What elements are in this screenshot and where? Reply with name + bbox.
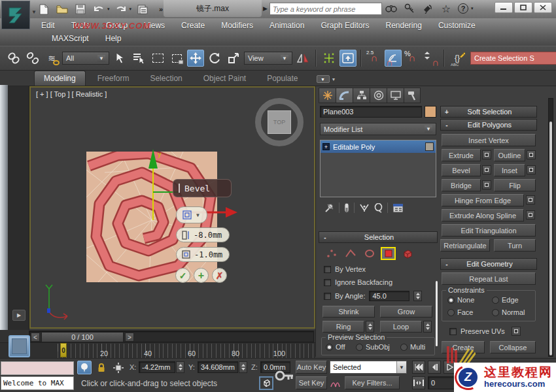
preserve-uvs-checkbox[interactable] xyxy=(449,328,457,335)
preview-subobj-radio[interactable] xyxy=(356,344,363,351)
tab-modeling[interactable]: Modeling xyxy=(34,71,86,86)
minimize-button[interactable] xyxy=(495,2,513,13)
caddy-apply-button[interactable]: + xyxy=(194,268,209,283)
title-expand-icon[interactable]: ▶ xyxy=(263,5,268,12)
caddy-cancel-button[interactable]: ✗ xyxy=(212,268,227,283)
pin-stack-icon[interactable] xyxy=(324,203,334,213)
y-spinner[interactable] xyxy=(239,361,247,373)
caddy-ok-button[interactable]: ✓ xyxy=(175,268,190,283)
percent-snap-icon[interactable]: %∩ xyxy=(404,50,421,67)
menu-create[interactable]: Create xyxy=(174,19,212,32)
viewport-top[interactable]: [ + ] [ Top ] [ Realistic ] TOP y Bevel xyxy=(29,86,315,329)
rollout-soft-selection[interactable]: +Soft Selection xyxy=(440,106,537,118)
selection-lock-icon[interactable] xyxy=(96,361,107,374)
rollout-edit-polygons[interactable]: -Edit Polygons xyxy=(440,119,537,131)
x-coordinate-field[interactable]: -4.22mm xyxy=(139,361,175,373)
search-input[interactable] xyxy=(270,3,381,14)
communication-center-icon[interactable] xyxy=(421,2,434,15)
key-step-toggle-button[interactable] xyxy=(412,376,425,389)
scrollbar-thumb[interactable] xyxy=(549,122,552,355)
menu-maxscript[interactable]: MAXScript xyxy=(44,32,96,45)
help-icon[interactable]: ? xyxy=(458,3,468,14)
previous-frame-button[interactable] xyxy=(428,361,441,374)
bottom-left-panel-button[interactable] xyxy=(9,335,30,357)
constraint-face-radio[interactable] xyxy=(447,309,455,316)
reference-coordinate-dropdown[interactable]: View▼ xyxy=(244,52,292,65)
inset-button[interactable]: Inset xyxy=(494,164,525,176)
constraint-edge-radio[interactable] xyxy=(492,297,499,304)
remove-modifier-icon[interactable] xyxy=(374,203,383,213)
ribbon-toggle-icon[interactable] xyxy=(339,50,356,67)
extrude-along-spline-button[interactable]: Extrude Along Spline xyxy=(442,209,524,221)
menu-modifiers[interactable]: Modifiers xyxy=(214,19,260,32)
snaps-toggle-icon[interactable]: 2.5∩ xyxy=(366,50,383,67)
angle-snap-icon[interactable]: ∩ xyxy=(385,50,402,67)
new-scene-icon[interactable] xyxy=(37,3,51,16)
menu-customize[interactable]: Customize xyxy=(431,19,483,32)
bevel-outline-field[interactable]: -1.0mm xyxy=(176,247,230,262)
by-angle-field[interactable]: 45.0 xyxy=(369,291,409,301)
y-coordinate-field[interactable]: 34.608mm xyxy=(198,361,238,373)
bevel-settings-button[interactable] xyxy=(482,165,491,174)
save-file-icon[interactable] xyxy=(73,3,88,16)
bridge-settings-button[interactable] xyxy=(482,180,491,189)
logo-dropdown-icon[interactable]: ▼ xyxy=(31,9,37,15)
previous-frame-slider-button[interactable]: < xyxy=(31,333,40,342)
auto-key-button[interactable]: Auto Key xyxy=(296,361,327,374)
time-slider[interactable]: 0 / 100 xyxy=(41,332,124,342)
hinge-settings-button[interactable] xyxy=(526,195,535,204)
insert-vertex-button[interactable]: Insert Vertex xyxy=(442,134,536,146)
x-spinner[interactable] xyxy=(176,361,184,373)
go-to-start-button[interactable] xyxy=(412,361,425,374)
outline-settings-button[interactable] xyxy=(527,150,536,159)
undo-dropdown-icon[interactable]: ▾ xyxy=(107,7,110,12)
collapse-button[interactable]: Collapse xyxy=(490,341,536,353)
edge-subobject-icon[interactable] xyxy=(343,247,358,260)
object-color-swatch[interactable] xyxy=(425,106,436,118)
select-object-icon[interactable] xyxy=(111,50,128,67)
track-bar[interactable]: 20 40 60 80 100 0 xyxy=(0,342,315,358)
unlink-selection-icon[interactable] xyxy=(24,50,41,67)
bevel-height-field[interactable]: -8.0mm xyxy=(176,227,230,242)
menu-edit[interactable]: Edit xyxy=(34,19,62,32)
loop-button[interactable]: Loop xyxy=(380,321,422,333)
named-selection-field[interactable]: Create Selection S xyxy=(470,52,556,65)
repeat-last-button[interactable]: Repeat Last xyxy=(442,272,536,285)
inset-settings-button[interactable] xyxy=(527,165,536,174)
tab-object-paint[interactable]: Object Paint xyxy=(194,71,255,86)
tab-selection[interactable]: Selection xyxy=(141,71,191,86)
grid-toggle-icon[interactable] xyxy=(259,376,273,390)
by-angle-spinner[interactable] xyxy=(413,291,422,301)
maxscript-mini-listener-macro[interactable] xyxy=(1,361,74,375)
current-frame-field[interactable]: 0 xyxy=(428,376,455,389)
extrude-button[interactable]: Extrude xyxy=(442,149,481,161)
search-icon[interactable] xyxy=(385,2,398,15)
maxscript-mini-listener[interactable]: Welcome to MAX xyxy=(1,376,74,390)
selection-filter-dropdown[interactable]: All▼ xyxy=(62,52,109,65)
rollout-edit-geometry[interactable]: -Edit Geometry xyxy=(440,258,537,270)
border-subobject-icon[interactable] xyxy=(362,247,377,260)
time-slider-track[interactable]: < 0 / 100 > xyxy=(29,331,314,342)
close-button[interactable] xyxy=(534,2,552,13)
bevel-button[interactable]: Bevel xyxy=(442,164,481,176)
shrink-button[interactable]: Shrink xyxy=(322,306,375,318)
make-unique-icon[interactable] xyxy=(359,203,370,212)
configure-modifier-sets-icon[interactable] xyxy=(392,203,404,213)
show-end-result-icon[interactable] xyxy=(344,203,349,213)
flip-button[interactable]: Flip xyxy=(494,179,536,191)
outline-button[interactable]: Outline xyxy=(494,149,525,161)
extrude-spline-settings-button[interactable] xyxy=(526,210,535,220)
turn-button[interactable]: Turn xyxy=(494,239,536,252)
default-in-out-tangents-icon[interactable] xyxy=(330,376,341,389)
tab-populate[interactable]: Populate xyxy=(258,71,307,86)
key-filters-button[interactable]: Key Filters... xyxy=(345,376,400,389)
key-mode-dropdown[interactable]: Selected▼ xyxy=(330,361,407,374)
ribbon-overflow-arrow-icon[interactable]: ▼ xyxy=(332,77,336,82)
modifier-list-dropdown[interactable]: Modifier List▼ xyxy=(320,123,436,135)
ribbon-expand-button[interactable]: ▶ xyxy=(12,310,26,321)
extrude-settings-button[interactable] xyxy=(482,150,491,159)
select-and-move-icon[interactable] xyxy=(187,50,204,67)
bevel-type-dropdown[interactable]: ▼ xyxy=(176,206,207,223)
maximize-button[interactable] xyxy=(514,2,532,13)
retriangulate-button[interactable]: Retriangulate xyxy=(440,239,490,252)
